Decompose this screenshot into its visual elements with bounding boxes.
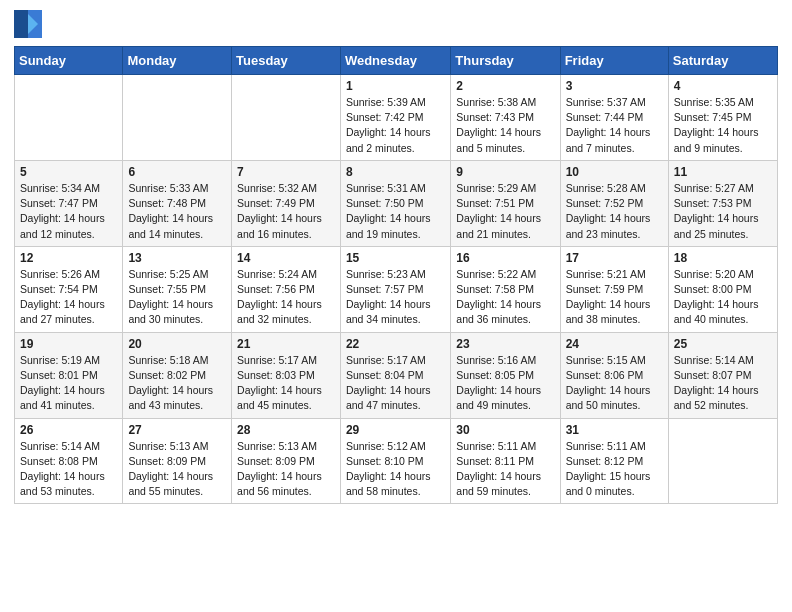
day-info: Sunrise: 5:23 AM Sunset: 7:57 PM Dayligh…: [346, 267, 445, 328]
header: [14, 10, 778, 38]
day-cell: 9Sunrise: 5:29 AM Sunset: 7:51 PM Daylig…: [451, 160, 560, 246]
day-info: Sunrise: 5:29 AM Sunset: 7:51 PM Dayligh…: [456, 181, 554, 242]
day-cell: 30Sunrise: 5:11 AM Sunset: 8:11 PM Dayli…: [451, 418, 560, 504]
calendar-table: SundayMondayTuesdayWednesdayThursdayFrid…: [14, 46, 778, 504]
day-number: 18: [674, 251, 772, 265]
week-row-2: 5Sunrise: 5:34 AM Sunset: 7:47 PM Daylig…: [15, 160, 778, 246]
day-info: Sunrise: 5:24 AM Sunset: 7:56 PM Dayligh…: [237, 267, 335, 328]
weekday-header-friday: Friday: [560, 47, 668, 75]
day-cell: 10Sunrise: 5:28 AM Sunset: 7:52 PM Dayli…: [560, 160, 668, 246]
week-row-5: 26Sunrise: 5:14 AM Sunset: 8:08 PM Dayli…: [15, 418, 778, 504]
day-info: Sunrise: 5:33 AM Sunset: 7:48 PM Dayligh…: [128, 181, 226, 242]
day-cell: 18Sunrise: 5:20 AM Sunset: 8:00 PM Dayli…: [668, 246, 777, 332]
logo: [14, 10, 44, 38]
day-cell: 14Sunrise: 5:24 AM Sunset: 7:56 PM Dayli…: [232, 246, 341, 332]
day-number: 11: [674, 165, 772, 179]
day-info: Sunrise: 5:14 AM Sunset: 8:07 PM Dayligh…: [674, 353, 772, 414]
day-number: 15: [346, 251, 445, 265]
day-info: Sunrise: 5:14 AM Sunset: 8:08 PM Dayligh…: [20, 439, 117, 500]
day-number: 16: [456, 251, 554, 265]
day-number: 30: [456, 423, 554, 437]
day-info: Sunrise: 5:39 AM Sunset: 7:42 PM Dayligh…: [346, 95, 445, 156]
weekday-header-tuesday: Tuesday: [232, 47, 341, 75]
day-info: Sunrise: 5:17 AM Sunset: 8:04 PM Dayligh…: [346, 353, 445, 414]
day-number: 17: [566, 251, 663, 265]
day-number: 22: [346, 337, 445, 351]
weekday-header-row: SundayMondayTuesdayWednesdayThursdayFrid…: [15, 47, 778, 75]
week-row-4: 19Sunrise: 5:19 AM Sunset: 8:01 PM Dayli…: [15, 332, 778, 418]
day-cell: 23Sunrise: 5:16 AM Sunset: 8:05 PM Dayli…: [451, 332, 560, 418]
day-info: Sunrise: 5:11 AM Sunset: 8:12 PM Dayligh…: [566, 439, 663, 500]
day-cell: 27Sunrise: 5:13 AM Sunset: 8:09 PM Dayli…: [123, 418, 232, 504]
day-number: 29: [346, 423, 445, 437]
week-row-1: 1Sunrise: 5:39 AM Sunset: 7:42 PM Daylig…: [15, 75, 778, 161]
day-info: Sunrise: 5:18 AM Sunset: 8:02 PM Dayligh…: [128, 353, 226, 414]
day-cell: 1Sunrise: 5:39 AM Sunset: 7:42 PM Daylig…: [340, 75, 450, 161]
day-number: 26: [20, 423, 117, 437]
svg-rect-0: [14, 10, 28, 38]
day-number: 21: [237, 337, 335, 351]
day-number: 27: [128, 423, 226, 437]
day-number: 2: [456, 79, 554, 93]
day-number: 14: [237, 251, 335, 265]
day-number: 4: [674, 79, 772, 93]
day-info: Sunrise: 5:12 AM Sunset: 8:10 PM Dayligh…: [346, 439, 445, 500]
day-info: Sunrise: 5:38 AM Sunset: 7:43 PM Dayligh…: [456, 95, 554, 156]
day-cell: 15Sunrise: 5:23 AM Sunset: 7:57 PM Dayli…: [340, 246, 450, 332]
day-cell: [15, 75, 123, 161]
day-cell: 20Sunrise: 5:18 AM Sunset: 8:02 PM Dayli…: [123, 332, 232, 418]
day-number: 1: [346, 79, 445, 93]
day-cell: 16Sunrise: 5:22 AM Sunset: 7:58 PM Dayli…: [451, 246, 560, 332]
day-number: 3: [566, 79, 663, 93]
day-cell: 29Sunrise: 5:12 AM Sunset: 8:10 PM Dayli…: [340, 418, 450, 504]
day-cell: [668, 418, 777, 504]
day-cell: 17Sunrise: 5:21 AM Sunset: 7:59 PM Dayli…: [560, 246, 668, 332]
day-cell: 5Sunrise: 5:34 AM Sunset: 7:47 PM Daylig…: [15, 160, 123, 246]
day-info: Sunrise: 5:31 AM Sunset: 7:50 PM Dayligh…: [346, 181, 445, 242]
day-cell: 12Sunrise: 5:26 AM Sunset: 7:54 PM Dayli…: [15, 246, 123, 332]
day-info: Sunrise: 5:35 AM Sunset: 7:45 PM Dayligh…: [674, 95, 772, 156]
day-cell: 22Sunrise: 5:17 AM Sunset: 8:04 PM Dayli…: [340, 332, 450, 418]
day-number: 19: [20, 337, 117, 351]
day-cell: 26Sunrise: 5:14 AM Sunset: 8:08 PM Dayli…: [15, 418, 123, 504]
day-cell: 3Sunrise: 5:37 AM Sunset: 7:44 PM Daylig…: [560, 75, 668, 161]
day-number: 10: [566, 165, 663, 179]
day-number: 13: [128, 251, 226, 265]
day-cell: 7Sunrise: 5:32 AM Sunset: 7:49 PM Daylig…: [232, 160, 341, 246]
day-info: Sunrise: 5:26 AM Sunset: 7:54 PM Dayligh…: [20, 267, 117, 328]
day-number: 23: [456, 337, 554, 351]
day-info: Sunrise: 5:21 AM Sunset: 7:59 PM Dayligh…: [566, 267, 663, 328]
weekday-header-monday: Monday: [123, 47, 232, 75]
day-info: Sunrise: 5:22 AM Sunset: 7:58 PM Dayligh…: [456, 267, 554, 328]
day-number: 5: [20, 165, 117, 179]
day-info: Sunrise: 5:27 AM Sunset: 7:53 PM Dayligh…: [674, 181, 772, 242]
day-cell: [232, 75, 341, 161]
day-number: 12: [20, 251, 117, 265]
day-info: Sunrise: 5:11 AM Sunset: 8:11 PM Dayligh…: [456, 439, 554, 500]
week-row-3: 12Sunrise: 5:26 AM Sunset: 7:54 PM Dayli…: [15, 246, 778, 332]
day-cell: 6Sunrise: 5:33 AM Sunset: 7:48 PM Daylig…: [123, 160, 232, 246]
logo-icon: [14, 10, 42, 38]
day-cell: 28Sunrise: 5:13 AM Sunset: 8:09 PM Dayli…: [232, 418, 341, 504]
weekday-header-sunday: Sunday: [15, 47, 123, 75]
page: SundayMondayTuesdayWednesdayThursdayFrid…: [0, 0, 792, 518]
day-cell: 13Sunrise: 5:25 AM Sunset: 7:55 PM Dayli…: [123, 246, 232, 332]
day-info: Sunrise: 5:20 AM Sunset: 8:00 PM Dayligh…: [674, 267, 772, 328]
day-cell: 21Sunrise: 5:17 AM Sunset: 8:03 PM Dayli…: [232, 332, 341, 418]
weekday-header-thursday: Thursday: [451, 47, 560, 75]
day-info: Sunrise: 5:13 AM Sunset: 8:09 PM Dayligh…: [237, 439, 335, 500]
weekday-header-saturday: Saturday: [668, 47, 777, 75]
day-cell: 19Sunrise: 5:19 AM Sunset: 8:01 PM Dayli…: [15, 332, 123, 418]
day-info: Sunrise: 5:16 AM Sunset: 8:05 PM Dayligh…: [456, 353, 554, 414]
day-number: 9: [456, 165, 554, 179]
day-info: Sunrise: 5:13 AM Sunset: 8:09 PM Dayligh…: [128, 439, 226, 500]
day-info: Sunrise: 5:37 AM Sunset: 7:44 PM Dayligh…: [566, 95, 663, 156]
day-cell: 11Sunrise: 5:27 AM Sunset: 7:53 PM Dayli…: [668, 160, 777, 246]
day-number: 7: [237, 165, 335, 179]
day-cell: 4Sunrise: 5:35 AM Sunset: 7:45 PM Daylig…: [668, 75, 777, 161]
day-info: Sunrise: 5:17 AM Sunset: 8:03 PM Dayligh…: [237, 353, 335, 414]
day-info: Sunrise: 5:19 AM Sunset: 8:01 PM Dayligh…: [20, 353, 117, 414]
day-info: Sunrise: 5:28 AM Sunset: 7:52 PM Dayligh…: [566, 181, 663, 242]
day-cell: 24Sunrise: 5:15 AM Sunset: 8:06 PM Dayli…: [560, 332, 668, 418]
day-number: 31: [566, 423, 663, 437]
